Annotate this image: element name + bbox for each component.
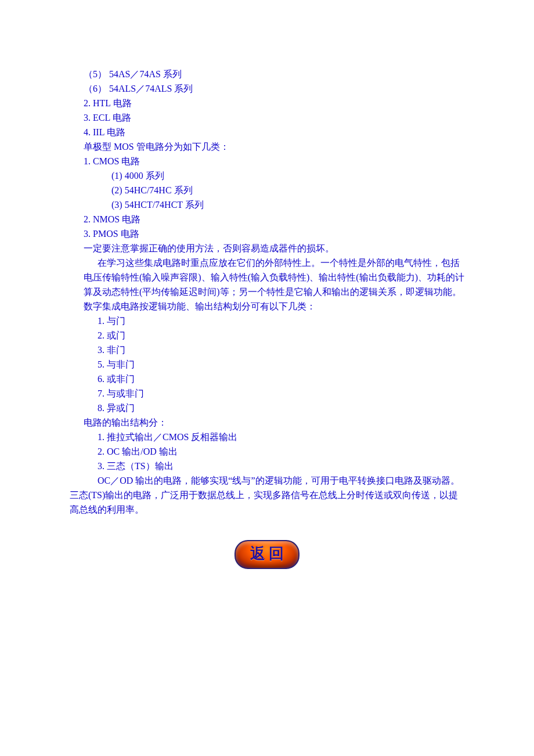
list-item: 2. 或门: [70, 328, 464, 343]
list-item: 2. OC 输出/OD 输出: [70, 444, 464, 459]
list-item: 6. 或非门: [70, 372, 464, 386]
list-item: (1) 4000 系列: [70, 168, 464, 183]
list-item: 5. 与非门: [70, 357, 464, 372]
list-item: 7. 与或非门: [70, 386, 464, 401]
list-item: （6） 54ALS／74ALS 系列: [70, 81, 464, 96]
list-item: 3. 三态（TS）输出: [70, 459, 464, 473]
list-item: 1. 推拉式输出／CMOS 反相器输出: [70, 430, 464, 444]
list-item: 1. 与门: [70, 314, 464, 328]
return-button[interactable]: 返回: [234, 540, 300, 569]
list-item: 2. HTL 电路: [70, 96, 464, 110]
list-item: 8. 异或门: [70, 401, 464, 415]
list-item: 2. NMOS 电路: [70, 212, 464, 226]
document-page: （5） 54AS／74AS 系列 （6） 54ALS／74ALS 系列 2. H…: [0, 0, 534, 604]
list-item: 4. IIL 电路: [70, 125, 464, 139]
list-item: （5） 54AS／74AS 系列: [70, 67, 464, 81]
list-item: (3) 54HCT/74HCT 系列: [70, 197, 464, 212]
button-container: 返回: [70, 517, 464, 569]
return-button-label: 返回: [250, 545, 287, 562]
body-line: 一定要注意掌握正确的使用方法，否则容易造成器件的损坏。: [70, 241, 464, 255]
list-item: 3. ECL 电路: [70, 110, 464, 125]
list-item: 3. 非门: [70, 343, 464, 357]
list-item: 3. PMOS 电路: [70, 226, 464, 241]
body-line: 电路的输出结构分：: [70, 415, 464, 430]
paragraph: OC／OD 输出的电路，能够实现“线与”的逻辑功能，可用于电平转换接口电路及驱动…: [70, 473, 464, 517]
list-item: 1. CMOS 电路: [70, 154, 464, 168]
body-line: 单极型 MOS 管电路分为如下几类：: [70, 139, 464, 154]
paragraph: 在学习这些集成电路时重点应放在它们的外部特性上。一个特性是外部的电气特性，包括电…: [70, 255, 464, 314]
list-item: (2) 54HC/74HC 系列: [70, 183, 464, 197]
